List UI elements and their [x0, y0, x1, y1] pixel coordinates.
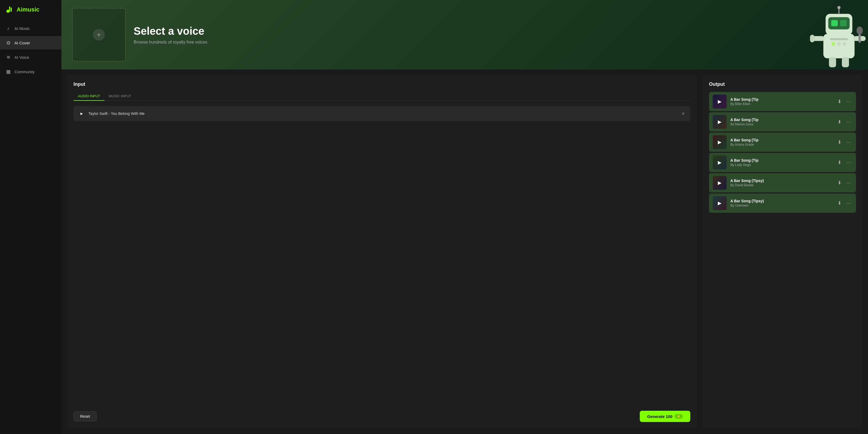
- tab-audio-input[interactable]: AUDIO INPUT: [73, 92, 104, 101]
- output-thumbnail: ▶: [713, 95, 726, 108]
- hero-robot-illustration: [810, 0, 868, 69]
- download-button[interactable]: ⬇: [836, 138, 843, 146]
- svg-rect-16: [842, 57, 849, 67]
- community-icon: ▦: [5, 69, 11, 74]
- thumb-play-button[interactable]: ▶: [713, 135, 726, 149]
- sidebar-nav: ♪ AI Music ⊙ AI Cover ≋ AI Voice ▦ Commu…: [0, 22, 61, 78]
- main-content: + Select a voice Browse hundreds of roya…: [61, 0, 868, 434]
- output-thumbnail: ▶: [713, 135, 726, 149]
- output-item: ▶ A Bar Song (Tip By Marina Sana ⬇ ⋯: [709, 112, 856, 131]
- sidebar-item-label: Community: [14, 69, 35, 74]
- output-artist: By Marina Sana: [731, 122, 833, 126]
- input-spacer: [73, 124, 690, 406]
- hero-banner: + Select a voice Browse hundreds of roya…: [61, 0, 868, 69]
- hero-text: Select a voice Browse hundreds of royalt…: [134, 25, 207, 44]
- output-actions: ⬇ ⋯: [836, 97, 852, 105]
- input-panel: Input AUDIO INPUT MUSIC INPUT ▶ Taylor S…: [67, 75, 697, 429]
- tab-music-input[interactable]: MUSIC INPUT: [104, 92, 136, 101]
- download-button[interactable]: ⬇: [836, 118, 843, 126]
- output-info: A Bar Song (Tip By Marina Sana: [731, 118, 833, 126]
- svg-rect-6: [831, 20, 838, 26]
- sidebar-item-label: AI Music: [14, 26, 30, 31]
- output-title: A Bar Song (Tipsy): [731, 199, 833, 203]
- lower-section: Input AUDIO INPUT MUSIC INPUT ▶ Taylor S…: [61, 69, 868, 434]
- output-item: ▶ A Bar Song (Tip By Ariana Grade ⬇ ⋯: [709, 132, 856, 152]
- output-title: A Bar Song (Tip: [731, 158, 833, 162]
- output-artist: By Unknown: [731, 204, 833, 207]
- thumb-play-button[interactable]: ▶: [713, 95, 726, 108]
- svg-rect-8: [839, 8, 839, 14]
- voice-upload-box[interactable]: +: [72, 8, 126, 61]
- thumb-play-button[interactable]: ▶: [713, 156, 726, 169]
- upload-plus-icon: +: [93, 29, 105, 41]
- thumb-play-button[interactable]: ▶: [713, 176, 726, 190]
- more-options-button[interactable]: ⋯: [845, 97, 852, 105]
- output-actions: ⬇ ⋯: [836, 118, 852, 126]
- more-options-button[interactable]: ⋯: [845, 199, 852, 207]
- download-button[interactable]: ⬇: [836, 97, 843, 105]
- svg-point-14: [857, 27, 863, 34]
- hero-left: + Select a voice Browse hundreds of roya…: [72, 8, 207, 61]
- more-options-button[interactable]: ⋯: [845, 138, 852, 146]
- svg-rect-15: [829, 57, 836, 67]
- output-actions: ⬇ ⋯: [836, 138, 852, 146]
- download-button[interactable]: ⬇: [836, 158, 843, 166]
- credit-badge: ⚡: [675, 414, 683, 419]
- thumb-play-button[interactable]: ▶: [713, 115, 726, 129]
- output-info: A Bar Song (Tipsy) By David Bowiie: [731, 179, 833, 187]
- thumb-play-button[interactable]: ▶: [713, 196, 726, 210]
- output-item: ▶ A Bar Song (Tipsy) By David Bowiie ⬇ ⋯: [709, 173, 856, 192]
- reset-button[interactable]: Reset: [73, 411, 97, 422]
- sidebar-item-label: AI Voice: [14, 55, 29, 60]
- output-title: A Bar Song (Tip: [731, 97, 833, 101]
- svg-rect-1: [9, 6, 10, 12]
- output-info: A Bar Song (Tipsy) By Unknown: [731, 199, 833, 207]
- output-actions: ⬇ ⋯: [836, 179, 852, 187]
- sidebar-item-community[interactable]: ▦ Community: [0, 65, 61, 78]
- output-panel-title: Output: [709, 82, 856, 87]
- sidebar-item-ai-music[interactable]: ♪ AI Music: [0, 22, 61, 35]
- hero-title: Select a voice: [134, 25, 207, 37]
- output-title: A Bar Song (Tip: [731, 118, 833, 122]
- output-thumbnail: ▶: [713, 176, 726, 190]
- audio-filename: Taylor Swift - You Belong With Me: [89, 112, 677, 116]
- sidebar: Aimusic ♪ AI Music ⊙ AI Cover ≋ AI Voice…: [0, 0, 61, 434]
- download-button[interactable]: ⬇: [836, 179, 843, 187]
- output-info: A Bar Song (Tip By Billie Eilish: [731, 97, 833, 106]
- more-options-button[interactable]: ⋯: [845, 158, 852, 166]
- audio-track-item: ▶ Taylor Swift - You Belong With Me ✕: [73, 106, 690, 121]
- output-artist: By David Bowiie: [731, 183, 833, 187]
- remove-audio-button[interactable]: ✕: [680, 110, 686, 117]
- more-options-button[interactable]: ⋯: [845, 118, 852, 126]
- output-thumbnail: ▶: [713, 196, 726, 210]
- svg-rect-7: [840, 20, 847, 26]
- output-panel: Output ▶ A Bar Song (Tip By Billie Eilis…: [702, 75, 863, 429]
- svg-point-9: [838, 6, 841, 9]
- music-icon: ♪: [5, 26, 11, 31]
- output-info: A Bar Song (Tip By Ariana Grade: [731, 138, 833, 147]
- more-options-button[interactable]: ⋯: [845, 179, 852, 187]
- input-panel-title: Input: [73, 82, 690, 87]
- sidebar-item-label: AI Cover: [14, 41, 30, 45]
- output-actions: ⬇ ⋯: [836, 158, 852, 166]
- sidebar-item-ai-cover[interactable]: ⊙ AI Cover: [0, 36, 61, 50]
- svg-rect-12: [810, 35, 814, 42]
- app-name: Aimusic: [17, 6, 39, 13]
- download-button[interactable]: ⬇: [836, 199, 843, 207]
- output-title: A Bar Song (Tipsy): [731, 179, 833, 183]
- generate-button[interactable]: Generate 100 ⚡: [640, 411, 690, 422]
- logo: Aimusic: [0, 5, 61, 22]
- output-thumbnail: ▶: [713, 115, 726, 129]
- svg-rect-2: [11, 7, 12, 12]
- svg-point-18: [832, 42, 835, 45]
- play-button[interactable]: ▶: [78, 110, 85, 117]
- output-artist: By Lady Gega: [731, 163, 833, 167]
- sidebar-item-ai-voice[interactable]: ≋ AI Voice: [0, 51, 61, 64]
- output-item: ▶ A Bar Song (Tipsy) By Unknown ⬇ ⋯: [709, 193, 856, 213]
- action-bar: Reset Generate 100 ⚡: [73, 411, 690, 422]
- svg-rect-17: [830, 38, 848, 40]
- hero-subtitle: Browse hundreds of royalty free voices: [134, 40, 207, 44]
- svg-rect-3: [824, 34, 855, 59]
- output-item: ▶ A Bar Song (Tip By Lady Gega ⬇ ⋯: [709, 153, 856, 172]
- output-list: ▶ A Bar Song (Tip By Billie Eilish ⬇ ⋯ ▶…: [709, 92, 856, 422]
